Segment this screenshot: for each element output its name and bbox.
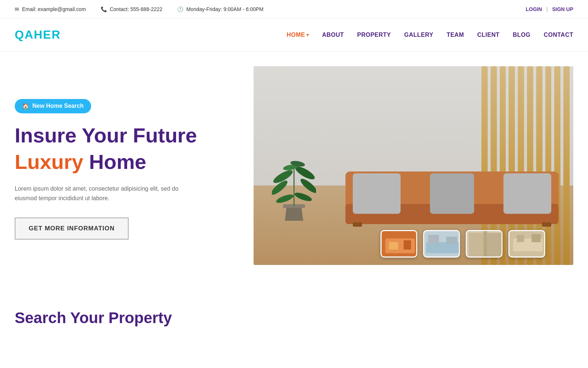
svg-rect-21	[430, 173, 474, 214]
hero-section: 🏠 New Home Search Insure Your Future Lux…	[0, 52, 588, 287]
topbar-auth: LOGIN | SIGN UP	[526, 6, 573, 12]
email-icon: ✉	[15, 6, 19, 12]
svg-rect-23	[353, 222, 362, 227]
sofa	[342, 164, 562, 228]
nav-home-label: HOME	[287, 32, 305, 38]
svg-marker-0	[285, 206, 303, 221]
logo[interactable]: QAHER	[15, 28, 61, 42]
hero-title-line1: Insure Your Future	[15, 124, 232, 147]
thumbnail-3[interactable]	[466, 230, 502, 258]
svg-rect-22	[503, 173, 551, 214]
svg-rect-28	[404, 240, 411, 250]
room-scene	[254, 66, 573, 265]
chevron-down-icon: ▾	[306, 32, 309, 38]
nav-home[interactable]: HOME ▾	[287, 32, 309, 38]
thumbnail-1[interactable]	[380, 230, 417, 258]
topbar-hours: 🕐 Monday-Friday: 9:00AM - 6:00PM	[177, 6, 263, 12]
hero-title-line2: Luxury Home	[15, 150, 232, 174]
nav-blog[interactable]: BLOG	[513, 32, 530, 38]
search-section-title: Search Your Property	[15, 309, 573, 327]
hero-home-text: Home	[83, 150, 146, 173]
phone-label: Contact: 555-888-2222	[110, 6, 162, 12]
nav-about[interactable]: ABOUT	[322, 32, 344, 38]
clock-icon: 🕐	[177, 6, 183, 12]
main-nav: HOME ▾ ABOUT PROPERTY GALLERY TEAM CLIEN…	[287, 32, 573, 38]
svg-rect-31	[428, 235, 439, 244]
svg-point-6	[299, 177, 316, 195]
svg-point-7	[275, 193, 294, 205]
auth-divider: |	[546, 6, 548, 12]
topbar-contact-info: ✉ Email: example@gmail.com 📞 Contact: 55…	[15, 6, 263, 12]
hours-label: Monday-Friday: 9:00AM - 6:00PM	[186, 6, 263, 12]
nav-property[interactable]: PROPERTY	[357, 32, 391, 38]
login-button[interactable]: LOGIN	[526, 6, 542, 12]
topbar-phone: 📞 Contact: 555-888-2222	[101, 6, 162, 12]
hero-badge-label: New Home Search	[32, 103, 84, 109]
svg-rect-36	[483, 231, 487, 258]
hero-image-area	[254, 66, 573, 272]
svg-rect-24	[542, 222, 551, 227]
svg-rect-40	[531, 234, 541, 242]
topbar: ✉ Email: example@gmail.com 📞 Contact: 55…	[0, 0, 588, 18]
thumbnail-4[interactable]	[508, 230, 545, 258]
home-icon: 🏠	[22, 103, 29, 110]
search-section: Search Your Property	[0, 287, 588, 338]
svg-rect-39	[517, 235, 524, 242]
nav-team[interactable]: TEAM	[447, 32, 464, 38]
hero-main-image	[254, 66, 573, 265]
slat	[563, 66, 570, 265]
hero-luxury-text: Luxury	[15, 150, 83, 173]
nav-client[interactable]: CLIENT	[477, 32, 499, 38]
hero-badge: 🏠 New Home Search	[15, 99, 91, 113]
svg-rect-34	[469, 233, 483, 257]
email-label: Email: example@gmail.com	[22, 6, 86, 12]
thumbnail-2[interactable]	[423, 230, 460, 258]
svg-rect-20	[353, 173, 401, 214]
svg-rect-35	[487, 233, 502, 257]
svg-point-8	[294, 191, 313, 203]
hero-description: Lorem ipsum dolor sit amet, consectetur …	[15, 184, 198, 203]
phone-icon: 📞	[101, 6, 107, 12]
nav-contact[interactable]: CONTACT	[544, 32, 573, 38]
get-more-info-button[interactable]: GET MORE INFORMATION	[15, 217, 129, 240]
header: QAHER HOME ▾ ABOUT PROPERTY GALLERY TEAM…	[0, 18, 588, 52]
topbar-email: ✉ Email: example@gmail.com	[15, 6, 86, 12]
signup-button[interactable]: SIGN UP	[552, 6, 573, 12]
thumbnail-row	[380, 230, 545, 258]
svg-rect-27	[389, 242, 398, 250]
hero-content: 🏠 New Home Search Insure Your Future Lux…	[15, 99, 254, 240]
svg-rect-32	[446, 237, 457, 244]
nav-gallery[interactable]: GALLERY	[404, 32, 433, 38]
